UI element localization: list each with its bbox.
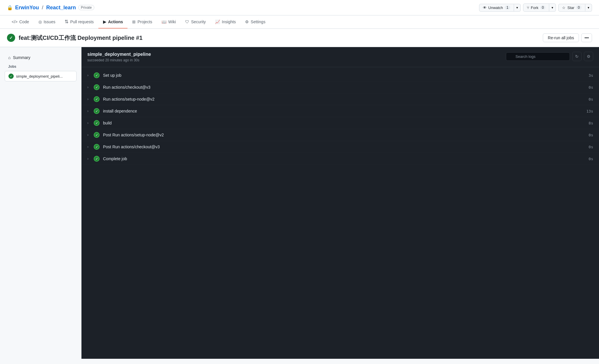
jobs-section-label: Jobs: [5, 62, 77, 70]
log-step[interactable]: › ✓ build 8s: [81, 117, 599, 129]
tab-code[interactable]: </> Code: [7, 15, 34, 28]
log-step[interactable]: › ✓ Run actions/setup-node@v2 0s: [81, 93, 599, 105]
eye-icon: 👁: [483, 6, 487, 10]
step-success-icon: ✓: [94, 84, 100, 90]
code-icon: </>: [12, 19, 17, 24]
fork-icon: ⑂: [527, 5, 529, 10]
fork-count: 0: [540, 6, 546, 10]
private-badge: Private: [78, 5, 94, 10]
job-success-icon: ✓: [8, 74, 14, 79]
step-duration: 13s: [586, 109, 593, 113]
insights-icon: 📈: [215, 19, 220, 24]
more-options-button[interactable]: •••: [581, 33, 592, 42]
step-chevron-icon: ›: [87, 121, 91, 125]
step-name: Post Run actions/checkout@v3: [103, 144, 589, 149]
wiki-icon: 📖: [162, 19, 166, 24]
step-success-icon: ✓: [94, 132, 100, 138]
star-group: ☆ Star 0 ▾: [558, 4, 592, 12]
sidebar: ⌂ Summary Jobs ✓ simple_deployment_pipel…: [0, 47, 81, 359]
sidebar-job-item[interactable]: ✓ simple_deployment_pipeli...: [5, 71, 77, 81]
tab-projects-label: Projects: [137, 19, 152, 24]
refresh-icon: ↻: [575, 54, 579, 59]
step-name: Run actions/setup-node@v2: [103, 97, 589, 101]
step-name: build: [103, 121, 589, 125]
lock-icon: 🔒: [7, 5, 13, 10]
step-success-icon: ✓: [94, 96, 100, 102]
tab-security[interactable]: 🛡 Security: [180, 15, 210, 28]
log-step[interactable]: › ✓ install dependence 13s: [81, 105, 599, 117]
tab-issues[interactable]: ◎ Issues: [34, 15, 60, 28]
star-label: Star: [567, 6, 574, 10]
rerun-all-jobs-button[interactable]: Re-run all jobs: [543, 33, 579, 42]
step-name: install dependence: [103, 109, 586, 113]
breadcrumb-separator: /: [42, 5, 43, 11]
log-step[interactable]: › ✓ Post Run actions/checkout@v3 0s: [81, 141, 599, 153]
tab-settings-label: Settings: [251, 19, 265, 24]
sidebar-summary-item[interactable]: ⌂ Summary: [5, 53, 77, 62]
step-success-icon: ✓: [94, 144, 100, 150]
repo-name[interactable]: React_learn: [46, 5, 76, 11]
step-duration: 8s: [589, 121, 593, 125]
gear-icon: ⚙: [587, 54, 591, 59]
step-duration: 3s: [589, 73, 593, 78]
step-success-icon: ✓: [94, 120, 100, 126]
actions-icon: ▶: [103, 19, 106, 24]
unwatch-count: 1: [505, 6, 510, 10]
nav-tabs: </> Code ◎ Issues ⇅ Pull requests ▶ Acti…: [0, 15, 599, 29]
settings-log-button[interactable]: ⚙: [584, 52, 593, 61]
tab-code-label: Code: [19, 19, 29, 24]
unwatch-group: 👁 Unwatch 1 ▾: [479, 4, 521, 12]
tab-settings[interactable]: ⚙ Settings: [240, 15, 270, 28]
refresh-button[interactable]: ↻: [572, 52, 582, 61]
tab-wiki[interactable]: 📖 Wiki: [157, 15, 180, 28]
fork-caret[interactable]: ▾: [549, 3, 556, 12]
unwatch-button[interactable]: 👁 Unwatch 1: [479, 4, 514, 12]
step-chevron-icon: ›: [87, 109, 91, 113]
tab-actions-label: Actions: [108, 19, 123, 24]
step-chevron-icon: ›: [87, 97, 91, 101]
tab-security-label: Security: [191, 19, 206, 24]
step-name: Run actions/checkout@v3: [103, 85, 589, 90]
step-success-icon: ✓: [94, 72, 100, 78]
log-panel-header: simple_deployment_pipeline succeeded 20 …: [81, 47, 599, 67]
search-logs-wrap: ⌕: [506, 52, 570, 61]
issues-icon: ◎: [38, 19, 42, 24]
workflow-title: ✓ feat:测试CI/CD工作流 Deployment pipeline #1: [7, 34, 143, 42]
pipeline-status: succeeded 20 minutes ago in 30s: [87, 58, 151, 62]
tab-wiki-label: Wiki: [168, 19, 176, 24]
log-step[interactable]: › ✓ Set up job 3s: [81, 69, 599, 81]
tab-actions[interactable]: ▶ Actions: [98, 15, 127, 28]
step-duration: 0s: [589, 97, 593, 101]
tab-pull-requests[interactable]: ⇅ Pull requests: [60, 15, 98, 28]
main-content: ⌂ Summary Jobs ✓ simple_deployment_pipel…: [0, 47, 599, 359]
unwatch-caret[interactable]: ▾: [514, 4, 521, 12]
star-caret[interactable]: ▾: [585, 4, 592, 12]
unwatch-label: Unwatch: [488, 6, 503, 10]
workflow-header-actions: Re-run all jobs •••: [543, 33, 592, 42]
log-panel: simple_deployment_pipeline succeeded 20 …: [81, 47, 599, 359]
log-step[interactable]: › ✓ Complete job 0s: [81, 153, 599, 165]
star-button[interactable]: ☆ Star 0: [558, 4, 585, 12]
header-actions: 👁 Unwatch 1 ▾ ⑂ Fork 0 ▾ ☆ Star 0 ▾: [479, 3, 592, 12]
repo-owner[interactable]: ErwinYou: [15, 5, 39, 11]
step-name: Post Run actions/setup-node@v2: [103, 133, 589, 137]
workflow-title-text: feat:测试CI/CD工作流 Deployment pipeline #1: [19, 34, 143, 42]
log-step[interactable]: › ✓ Post Run actions/setup-node@v2 0s: [81, 129, 599, 141]
step-chevron-icon: ›: [87, 85, 91, 89]
star-count: 0: [576, 6, 582, 10]
search-logs-input[interactable]: [506, 52, 570, 61]
step-chevron-icon: ›: [87, 133, 91, 137]
fork-group: ⑂ Fork 0 ▾: [523, 3, 556, 12]
job-name: simple_deployment_pipeli...: [16, 74, 63, 78]
projects-icon: ⊞: [132, 19, 136, 24]
tab-insights[interactable]: 📈 Insights: [210, 15, 240, 28]
fork-button[interactable]: ⑂ Fork 0: [523, 3, 550, 12]
star-icon: ☆: [562, 6, 566, 10]
log-step[interactable]: › ✓ Run actions/checkout@v3 0s: [81, 81, 599, 93]
log-panel-tools: ⌕ ↻ ⚙: [506, 52, 593, 61]
step-chevron-icon: ›: [87, 73, 91, 77]
tab-projects[interactable]: ⊞ Projects: [127, 15, 157, 28]
step-chevron-icon: ›: [87, 145, 91, 149]
pipeline-name: simple_deployment_pipeline: [87, 52, 151, 57]
settings-icon: ⚙: [245, 19, 249, 24]
